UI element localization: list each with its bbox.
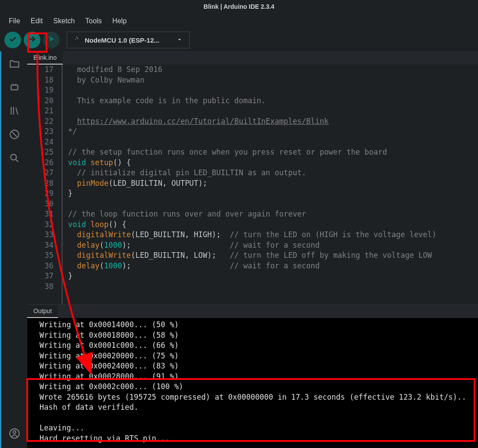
svg-point-3 [11, 154, 16, 160]
board-selector[interactable]: NodeMCU 1.0 (ESP-12... [67, 32, 190, 48]
menu-sketch[interactable]: Sketch [49, 15, 79, 27]
account-icon[interactable] [8, 427, 21, 440]
output-body[interactable]: Writing at 0x00014000... (50 %) Writing … [27, 318, 478, 448]
chevron-down-icon [176, 36, 183, 44]
window-title: Blink | Arduino IDE 2.3.4 [204, 3, 274, 10]
boards-manager-icon[interactable] [8, 80, 21, 94]
tab-blink[interactable]: Blink.ino [27, 51, 63, 65]
toolbar: NodeMCU 1.0 (ESP-12... [0, 29, 478, 51]
line-gutter: 1718192021222324252627282930313233343536… [27, 65, 61, 304]
menu-edit[interactable]: Edit [26, 15, 47, 27]
output-panel: Output Writing at 0x00014000... (50 %) W… [27, 304, 478, 448]
debug-icon [47, 35, 56, 45]
title-bar: Blink | Arduino IDE 2.3.4 [0, 0, 478, 13]
debug-button[interactable] [43, 32, 60, 48]
activity-bar [0, 51, 27, 448]
check-icon [8, 35, 17, 45]
search-icon[interactable] [8, 152, 21, 165]
menu-bar: File Edit Sketch Tools Help [0, 13, 478, 29]
debug-sidebar-icon[interactable] [8, 128, 21, 141]
svg-point-5 [13, 431, 16, 434]
usb-icon [73, 36, 80, 44]
output-tab[interactable]: Output [27, 305, 58, 318]
verify-button[interactable] [4, 32, 21, 48]
library-manager-icon[interactable] [8, 104, 21, 117]
arrow-right-icon [28, 35, 36, 45]
svg-rect-1 [11, 85, 18, 90]
editor-tabs: Blink.ino [27, 51, 478, 65]
board-label: NodeMCU 1.0 (ESP-12... [85, 36, 159, 44]
code-content[interactable]: modified 8 Sep 2016 by Colby Newman This… [61, 65, 478, 304]
menu-tools[interactable]: Tools [81, 15, 106, 27]
code-editor[interactable]: 1718192021222324252627282930313233343536… [27, 65, 478, 304]
sketchbook-icon[interactable] [8, 57, 21, 70]
upload-button[interactable] [24, 32, 40, 48]
menu-help[interactable]: Help [108, 15, 131, 27]
menu-file[interactable]: File [4, 15, 25, 27]
svg-point-0 [48, 36, 50, 37]
